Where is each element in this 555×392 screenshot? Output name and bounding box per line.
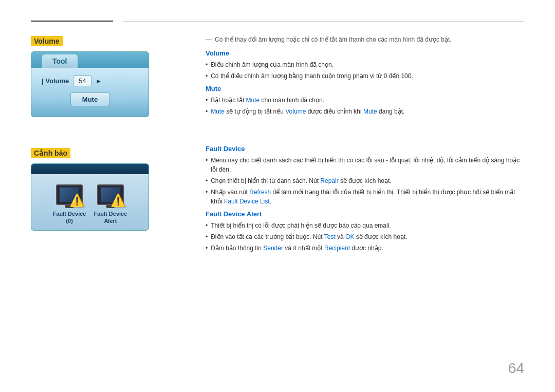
canh-bao-heading: Cảnh báo bbox=[31, 148, 70, 158]
left-rule bbox=[31, 21, 113, 22]
volume-row: | Volume 54 ► bbox=[42, 76, 138, 86]
alert-warning-icon: ⚠️ bbox=[110, 193, 126, 208]
right-canh-bao-content: Fault Device Menu này cho biết danh sách… bbox=[206, 130, 524, 257]
tool-tab[interactable]: Tool bbox=[42, 54, 78, 68]
left-column: Volume Tool | Volume 54 ► Mute bbox=[31, 36, 185, 371]
mute-link-1: Mute bbox=[246, 97, 260, 104]
volume-link-1: Volume bbox=[285, 108, 306, 115]
volume-inner: | Volume 54 ► Mute bbox=[31, 68, 149, 117]
volume-value: 54 bbox=[73, 76, 91, 86]
mute-bullet-1: Bật hoặc tắt Mute cho màn hình đã chọn. bbox=[206, 96, 524, 105]
volume-section: Volume Tool | Volume 54 ► Mute bbox=[31, 36, 185, 117]
page-number: 64 bbox=[508, 360, 524, 377]
canh-bao-section: Cảnh báo ⚠️ Fault Device(0) bbox=[31, 148, 185, 231]
fault-alert-bullet-list: Thiết bị hiển thị có lỗi được phát hiện … bbox=[206, 221, 524, 253]
mute-button[interactable]: Mute bbox=[70, 92, 109, 106]
fault-bullet-3: Nhấp vào nút Refresh để làm mới trạng th… bbox=[206, 188, 524, 206]
ok-link: OK bbox=[345, 233, 354, 240]
repair-link: Repair bbox=[320, 177, 338, 184]
volume-section-title: Volume bbox=[206, 49, 524, 57]
cb-inner: ⚠️ Fault Device(0) ⚠️ bbox=[31, 174, 149, 230]
fault-alert-bullet-2: Điền vào tất cả các trường bắt buộc. Nút… bbox=[206, 232, 524, 241]
fault-bullet-2: Chọn thiết bị hiển thị từ danh sách. Nút… bbox=[206, 176, 524, 185]
fault-bullet-1: Menu này cho biết danh sách các thiết bị… bbox=[206, 156, 524, 174]
fault-device-icon: ⚠️ bbox=[54, 182, 85, 208]
canh-bao-mockup: ⚠️ Fault Device(0) ⚠️ bbox=[31, 163, 149, 231]
tool-tab-row: Tool bbox=[31, 54, 149, 68]
sender-link: Sender bbox=[263, 245, 283, 252]
recipient-link: Recipient bbox=[324, 245, 350, 252]
volume-bullet-list: Điều chỉnh âm lượng của màn hình đã chọn… bbox=[206, 60, 524, 81]
mute-section-title: Mute bbox=[206, 85, 524, 92]
volume-note: — Có thể thay đổi âm lượng hoặc chỉ có t… bbox=[206, 36, 524, 43]
right-volume-content: — Có thể thay đổi âm lượng hoặc chỉ có t… bbox=[206, 36, 524, 130]
mute-bullet-list: Bật hoặc tắt Mute cho màn hình đã chọn. … bbox=[206, 96, 524, 116]
fault-device-bullet-list: Menu này cho biết danh sách các thiết bị… bbox=[206, 156, 524, 206]
volume-heading: Volume bbox=[31, 36, 63, 46]
right-column: — Có thể thay đổi âm lượng hoặc chỉ có t… bbox=[206, 36, 524, 371]
volume-bullet-2: Có thể điều chỉnh âm lượng bằng thanh cu… bbox=[206, 71, 524, 81]
right-rule bbox=[123, 21, 524, 22]
volume-mockup: Tool | Volume 54 ► Mute bbox=[31, 51, 149, 117]
refresh-link: Refresh bbox=[249, 189, 271, 196]
fault-device-title: Fault Device bbox=[206, 145, 524, 153]
volume-arrow-icon: ► bbox=[96, 78, 102, 85]
mute-link-3: Mute bbox=[363, 108, 377, 115]
cb-header bbox=[31, 164, 149, 174]
note-body: Có thể thay đổi âm lượng hoặc chỉ có thể… bbox=[215, 36, 452, 43]
warning-icon: ⚠️ bbox=[69, 193, 85, 208]
test-link: Test bbox=[324, 233, 336, 240]
page-container: Volume Tool | Volume 54 ► Mute bbox=[0, 0, 555, 392]
top-divider bbox=[31, 21, 524, 22]
fault-device-item[interactable]: ⚠️ Fault Device(0) bbox=[53, 182, 86, 225]
mute-link-2: Mute bbox=[211, 108, 225, 115]
content-area: Volume Tool | Volume 54 ► Mute bbox=[31, 36, 524, 371]
fault-alert-label: Fault DeviceAlert bbox=[94, 210, 127, 225]
volume-label: | Volume bbox=[42, 77, 69, 85]
note-dash: — bbox=[206, 36, 212, 43]
mute-button-row: Mute bbox=[42, 92, 138, 106]
fault-alert-bullet-3: Đảm bảo thông tin Sender và ít nhất một … bbox=[206, 244, 524, 253]
fault-alert-bullet-1: Thiết bị hiển thị có lỗi được phát hiện … bbox=[206, 221, 524, 230]
fault-device-label: Fault Device(0) bbox=[53, 210, 86, 225]
fault-alert-icon: ⚠️ bbox=[95, 182, 126, 208]
fault-device-list-link: Fault Device List bbox=[224, 198, 270, 205]
volume-bullet-1: Điều chỉnh âm lượng của màn hình đã chọn… bbox=[206, 60, 524, 69]
mute-bullet-2: Mute sẽ tự động bị tắt nếu Volume được đ… bbox=[206, 107, 524, 116]
fault-device-alert-item[interactable]: ⚠️ Fault DeviceAlert bbox=[94, 182, 127, 225]
fault-device-alert-title: Fault Device Alert bbox=[206, 210, 524, 218]
